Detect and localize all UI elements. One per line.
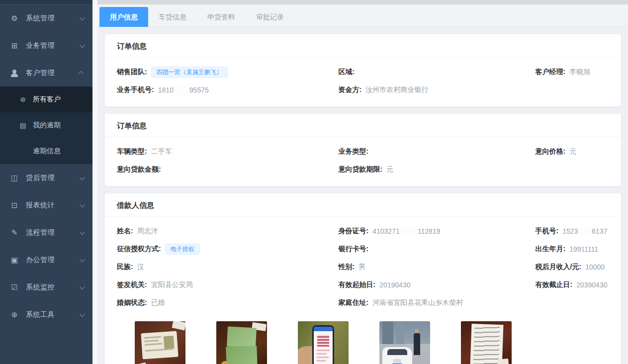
chevron-down-icon [80,229,85,234]
sales-team-tag[interactable]: 四团一营（直属王鹏飞） [151,67,228,78]
field-label: 业务类型: [339,147,369,156]
field-label: 意向贷款期限: [339,165,383,174]
field-value: 10000 [585,263,605,271]
gear-icon [10,14,19,23]
id-suffix: 112819 [418,227,441,235]
sidebar-item-system-tools[interactable]: 系统工具 [0,301,92,328]
user-icon [10,69,19,77]
field-bank-card: 银行卡号: [339,244,536,255]
censor-blur [400,228,417,235]
chevron-down-icon [80,174,85,180]
content-top-strip [97,0,628,4]
field-id-number: 身份证号: 4103271112819 [339,226,536,237]
license-booklet-photo[interactable]: 驾驶证原件 [216,321,267,364]
main-content: 用户信息 车贷信息 申贷资料 审批记录 订单信息 销售团队: 四团一营（直属王鹏… [97,0,628,364]
sidebar-item-report-stats[interactable]: 报表统计 [0,191,92,219]
field-intent-loan-amount: 意向贷款金额: [117,164,339,175]
card-body: 销售团队: 四团一营（直属王鹏飞） 区域: 客户经理: 李晓旭 业务手机号: 1… [105,58,621,106]
field-label: 车辆类型: [117,147,147,156]
phone-suffix: 95575 [189,86,209,94]
card-title: 订单信息 [105,114,621,137]
field-label: 签发机关: [117,280,147,289]
field-label: 民族: [117,263,133,272]
field-gender: 性别: 男 [339,262,536,273]
sidebar-item-office-mgmt[interactable]: 办公管理 [0,246,92,273]
tab-user-info[interactable]: 用户信息 [99,7,148,27]
field-mobile: 手机号: 15236137 [536,226,610,237]
field-sales-team: 销售团队: 四团一营（直属王鹏飞） [117,67,339,78]
field-birth-date: 出生年月: 19911111 [536,244,610,255]
tab-loan-application-docs[interactable]: 申贷资料 [197,7,246,27]
sidebar-item-business-mgmt[interactable]: 业务管理 [0,32,92,59]
field-value: 181095575 [158,86,209,94]
sidebar-item-label: 报表统计 [26,201,80,210]
tab-car-loan-info[interactable]: 车贷信息 [148,7,197,27]
field-intent-price: 意向价格: 元 [536,146,610,157]
field-label: 有效起始日: [339,280,376,289]
field-name: 姓名: 周志洋 [117,226,339,237]
credit-auth-tag[interactable]: 电子授权 [165,244,200,255]
person-with-car-photo[interactable]: 合影 [379,321,430,364]
sidebar-item-label: 系统管理 [26,14,80,23]
field-value: 元 [569,147,576,156]
sidebar-item-postloan-mgmt[interactable]: 贷后管理 [0,164,92,191]
mobile-suffix: 6137 [592,227,607,235]
sidebar-item-customer-mgmt[interactable]: 客户管理 [0,59,92,87]
sidebar-subitem-label: 我的逾期 [33,121,61,130]
license-booklet-image [216,321,267,364]
field-intent-loan-term: 意向贷款期限: 元 [339,164,536,175]
id-card-image [135,321,185,364]
content-scrollbar[interactable] [92,0,97,364]
credit-auth-qr-photo[interactable]: 征信授权 [298,321,349,364]
field-home-address: 家庭住址: 河南省宜阳县花果山乡木柴村 [339,297,536,308]
app-window: { "colors": { "accent": "#409eff", "side… [0,0,628,364]
tab-approval-records[interactable]: 审批记录 [246,7,294,27]
field-value: 已婚 [151,298,165,307]
sidebar-subitem-all-customers[interactable]: 所有客户 [0,87,92,112]
chevron-down-icon [80,201,85,207]
field-valid-to: 有效截止日: 20390430 [536,279,610,290]
field-value: 宜阳县公安局 [151,280,193,289]
chevron-down-icon [80,42,85,47]
sidebar-item-label: 系统工具 [26,310,80,319]
sidebar-subitem-my-overdue[interactable]: 我的逾期 [0,112,92,138]
car-image [379,321,430,364]
field-label: 意向贷款金额: [117,165,161,174]
sidebar-subitem-overdue-info[interactable]: 逾期信息 [0,138,92,164]
sidebar: 系统管理 业务管理 客户管理 所有客户 我的逾期 逾期信息 贷后管理 报表统计 [0,0,92,364]
field-marital-status: 婚姻状态: 已婚 [117,297,339,308]
field-label: 出生年月: [536,245,566,254]
field-value: 二手车 [151,147,172,156]
phone-prefix: 1810 [158,86,174,94]
field-label: 意向价格: [536,147,566,156]
sidebar-subitem-label: 逾期信息 [33,147,61,156]
id-card-photo[interactable]: 身份证 [135,321,185,364]
sidebar-item-label: 流程管理 [26,228,80,237]
sidebar-item-label: 贷后管理 [26,174,80,182]
field-label: 婚姻状态: [117,298,147,307]
handwritten-doc-image [461,321,512,364]
sidebar-subitem-label: 所有客户 [33,95,61,104]
sidebar-item-workflow-mgmt[interactable]: 流程管理 [0,219,92,246]
wheel-icon [19,95,27,103]
order-info-card-1: 订单信息 销售团队: 四团一营（直属王鹏飞） 区域: 客户经理: 李晓旭 [104,34,622,107]
order-info-card-2: 订单信息 车辆类型: 二手车 业务类型: 意向价格: 元 意向贷款金额 [104,113,622,186]
field-value: 李晓旭 [569,68,590,77]
sidebar-item-system-monitor[interactable]: 系统监控 [0,273,92,301]
monitor-icon [10,201,19,210]
handwritten-doc-photo[interactable]: 其他材料 [461,321,512,364]
chevron-down-icon [80,283,85,289]
field-empty [536,164,610,175]
field-valid-from: 有效起始日: 20190430 [339,279,536,290]
field-label: 性别: [339,263,355,272]
system-monitor-icon [10,283,19,292]
open-book-icon [10,174,19,182]
field-value: 15236137 [562,227,607,235]
field-empty [536,85,610,95]
field-value: 19911111 [569,245,598,253]
field-account-manager: 客户经理: 李晓旭 [536,67,610,78]
workflow-icon [10,228,19,237]
sidebar-item-system-mgmt[interactable]: 系统管理 [0,4,92,32]
card-title: 借款人信息 [105,193,621,216]
field-region: 区域: [339,67,536,78]
